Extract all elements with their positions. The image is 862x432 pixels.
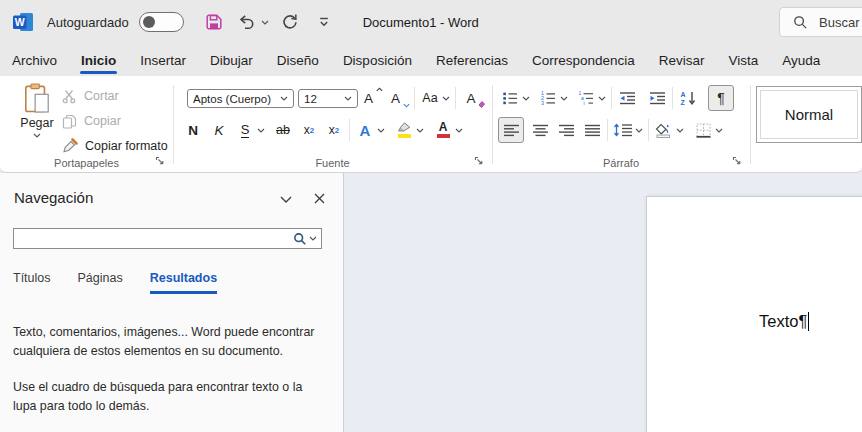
multilevel-list-button[interactable]: 1 a i	[576, 86, 596, 110]
paragraph-group-label: Párrafo	[492, 157, 750, 169]
increase-indent-button[interactable]	[647, 86, 667, 110]
underline-chevron[interactable]	[257, 128, 265, 133]
navigation-pane-close-button[interactable]	[308, 189, 330, 207]
svg-text:Z: Z	[680, 99, 685, 106]
align-right-button[interactable]	[556, 118, 576, 142]
navigation-pane-collapse-button[interactable]	[275, 190, 297, 208]
quick-access-overflow-button[interactable]	[311, 9, 337, 35]
underline-label: S	[241, 123, 250, 138]
menu-tab-revisar[interactable]: Revisar	[647, 44, 717, 76]
content-area: Navegación Títulos Páginas Resultados	[0, 173, 862, 432]
paste-button[interactable]: Pegar	[14, 82, 60, 144]
bold-button[interactable]: N	[183, 118, 203, 142]
menu-tab-correspondencia[interactable]: Correspondencia	[520, 44, 647, 76]
bold-label: N	[188, 123, 198, 138]
style-normal-card[interactable]: Normal	[756, 86, 862, 143]
navigation-description-paragraph-2: Use el cuadro de búsqueda para encontrar…	[13, 378, 321, 416]
search-box[interactable]: Buscar	[779, 7, 862, 37]
font-color-chevron[interactable]	[455, 128, 463, 133]
nav-tab-paginas[interactable]: Páginas	[78, 271, 123, 294]
sort-button[interactable]: A Z	[678, 86, 698, 110]
grow-font-button[interactable]: A	[362, 86, 382, 110]
clipboard-dialog-launcher[interactable]	[155, 156, 165, 166]
clipboard-group-label: Portapapeles	[0, 157, 173, 169]
shrink-font-button[interactable]: A	[389, 86, 409, 110]
change-case-label: Aa	[422, 91, 437, 105]
cut-button[interactable]: Cortar	[62, 86, 119, 106]
document-page[interactable]: Texto¶	[646, 196, 862, 432]
font-name-combobox[interactable]: Aptos (Cuerpo)	[187, 89, 294, 108]
superscript-digit: 2	[335, 126, 339, 135]
text-effects-button[interactable]: A	[355, 118, 375, 142]
line-spacing-chevron[interactable]	[635, 128, 643, 133]
nav-tab-resultados[interactable]: Resultados	[150, 271, 217, 294]
save-button[interactable]	[201, 9, 227, 35]
numbering-button[interactable]: 1 2 3	[538, 86, 558, 110]
format-painter-label: Copiar formato	[85, 139, 168, 153]
clear-formatting-button[interactable]: A	[461, 86, 481, 110]
paste-dropdown-chevron[interactable]	[33, 133, 41, 138]
font-color-button[interactable]: A	[433, 118, 453, 142]
repeat-button[interactable]	[277, 9, 303, 35]
bullets-button[interactable]	[500, 86, 520, 110]
numbering-chevron[interactable]	[560, 96, 568, 101]
save-icon	[205, 13, 223, 31]
change-case-chevron[interactable]	[442, 96, 450, 101]
italic-button[interactable]: K	[209, 118, 229, 142]
style-normal-label: Normal	[785, 106, 833, 123]
copy-icon	[62, 114, 77, 129]
navigation-search-input[interactable]	[14, 232, 293, 246]
separator	[672, 87, 673, 109]
highlight-button[interactable]	[394, 118, 414, 142]
bullets-chevron[interactable]	[522, 96, 530, 101]
shading-button[interactable]	[654, 118, 674, 142]
strikethrough-button[interactable]: ab	[273, 118, 293, 142]
highlight-chevron[interactable]	[416, 128, 424, 133]
menu-tab-vista[interactable]: Vista	[717, 44, 771, 76]
decrease-indent-button[interactable]	[617, 86, 637, 110]
menu-tab-ayuda[interactable]: Ayuda	[770, 44, 832, 76]
text-effects-chevron[interactable]	[377, 128, 385, 133]
superscript-button[interactable]: x2	[324, 118, 344, 142]
menu-tab-archivo[interactable]: Archivo	[0, 44, 69, 76]
separator	[349, 119, 350, 141]
chevron-down-icon	[280, 196, 292, 203]
highlight-color-bar	[398, 134, 411, 138]
undo-button[interactable]	[234, 9, 260, 35]
align-left-button[interactable]	[498, 117, 524, 143]
nav-tab-titulos[interactable]: Títulos	[13, 271, 51, 294]
autosave-toggle[interactable]	[139, 12, 184, 32]
font-size-combobox[interactable]: 12	[298, 89, 358, 108]
justify-button[interactable]	[582, 118, 602, 142]
format-painter-button[interactable]: Copiar formato	[62, 136, 168, 156]
paragraph-dialog-launcher[interactable]	[732, 156, 742, 166]
paste-label: Pegar	[20, 116, 53, 130]
shading-chevron[interactable]	[676, 128, 684, 133]
format-painter-brush-icon	[62, 138, 78, 154]
menu-tab-dibujar[interactable]: Dibujar	[198, 44, 265, 76]
line-spacing-button[interactable]	[613, 118, 633, 142]
font-group-label: Fuente	[173, 157, 492, 169]
copy-button[interactable]: Copiar	[62, 111, 121, 131]
menu-tab-inicio[interactable]: Inicio	[69, 44, 128, 76]
navigation-search-options-chevron[interactable]	[309, 236, 317, 241]
document-paragraph: Texto¶	[759, 312, 809, 331]
align-center-button[interactable]	[530, 118, 550, 142]
change-case-button[interactable]: Aa	[420, 86, 440, 110]
ribbon-tab-bar: Archivo Inicio Insertar Dibujar Diseño D…	[0, 44, 862, 76]
multilevel-chevron[interactable]	[598, 96, 606, 101]
menu-tab-referencias[interactable]: Referencias	[424, 44, 520, 76]
borders-chevron[interactable]	[715, 128, 723, 133]
separator	[455, 87, 456, 109]
align-right-icon	[558, 124, 575, 137]
show-formatting-marks-button[interactable]: ¶	[708, 85, 734, 111]
menu-tab-disposicion[interactable]: Disposición	[331, 44, 424, 76]
borders-button[interactable]	[693, 118, 713, 142]
navigation-search-button[interactable]	[293, 232, 307, 246]
menu-tab-insertar[interactable]: Insertar	[128, 44, 198, 76]
subscript-button[interactable]: x2	[299, 118, 319, 142]
underline-button[interactable]: S	[235, 118, 255, 142]
font-dialog-launcher[interactable]	[474, 156, 484, 166]
menu-tab-diseno[interactable]: Diseño	[265, 44, 331, 76]
undo-dropdown-chevron[interactable]	[261, 20, 269, 25]
